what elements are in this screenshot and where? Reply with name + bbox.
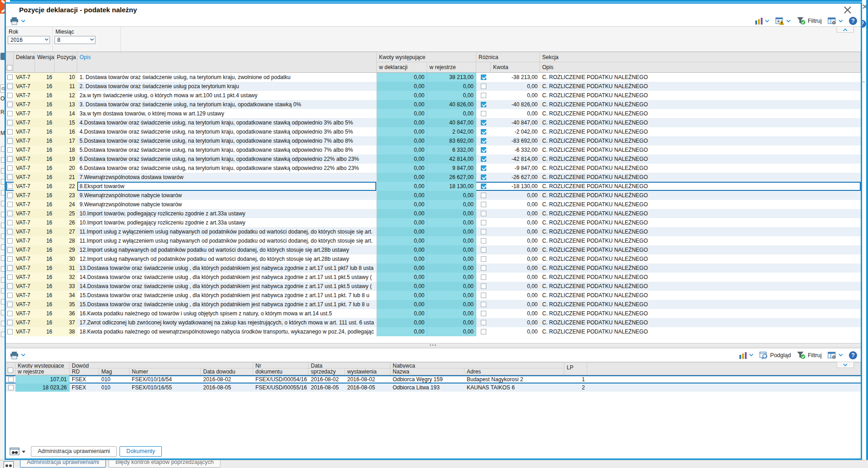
table-row[interactable]: VAT-7162711.Import usług z wyłączeniem u… xyxy=(6,227,861,236)
row-checkbox[interactable] xyxy=(7,211,13,216)
table-row[interactable]: VAT-716206.Dostawa towarów oraz świadcze… xyxy=(6,164,861,173)
table-row[interactable]: VAT-716196.Dostawa towarów oraz świadcze… xyxy=(6,154,861,164)
table-row[interactable]: 18 023,26FSEX010FSEX/010/16/552016-08-05… xyxy=(6,383,861,392)
difference-checkbox[interactable] xyxy=(481,102,486,107)
row-checkbox[interactable] xyxy=(7,147,13,153)
help-button[interactable]: ? xyxy=(849,17,857,25)
row-checkbox[interactable] xyxy=(7,202,13,207)
difference-checkbox[interactable] xyxy=(481,165,486,171)
row-checkbox[interactable] xyxy=(7,256,13,262)
select-all-checkbox[interactable] xyxy=(8,368,13,373)
row-checkbox[interactable] xyxy=(7,129,13,134)
row-checkbox[interactable] xyxy=(7,75,13,80)
row-checkbox[interactable] xyxy=(7,293,13,298)
row-checkbox[interactable] xyxy=(7,193,13,198)
difference-checkbox[interactable] xyxy=(481,211,486,216)
difference-checkbox[interactable] xyxy=(481,247,486,253)
column-header-buyer-name[interactable]: Nazwa xyxy=(390,368,464,375)
difference-checkbox[interactable] xyxy=(481,84,486,89)
table-row[interactable]: VAT-716175.Dostawa towarów oraz świadcze… xyxy=(6,136,861,145)
close-button[interactable] xyxy=(843,5,853,15)
table-row[interactable]: VAT-7163314.Dostawa towarów oraz świadcz… xyxy=(6,282,861,291)
column-header-description[interactable]: Opis xyxy=(77,52,376,62)
row-checkbox[interactable] xyxy=(7,274,13,280)
table-row[interactable]: VAT-716228.Eksport towarów0,0018 130,00-… xyxy=(6,182,861,191)
row-checkbox[interactable] xyxy=(7,229,13,234)
difference-checkbox[interactable] xyxy=(481,265,486,271)
row-checkbox[interactable] xyxy=(7,220,13,225)
row-checkbox[interactable] xyxy=(7,111,13,116)
row-checkbox[interactable] xyxy=(8,377,14,382)
column-header-sale-date[interactable]: sprzedaży xyxy=(309,368,345,375)
row-checkbox[interactable] xyxy=(7,174,13,180)
column-header-difference-flag[interactable] xyxy=(476,62,491,72)
background-tab-errors[interactable]: Błędy kontroli etapów poprzedzających xyxy=(109,460,220,468)
column-header-doc-no[interactable]: Nr xyxy=(253,363,308,368)
difference-checkbox[interactable] xyxy=(481,274,486,280)
table-row[interactable]: VAT-7163717.Zwrot odliczonej lub zwrócon… xyxy=(6,318,861,327)
difference-checkbox[interactable] xyxy=(481,75,486,80)
background-tab-admin[interactable]: Administracja uprawnieniami xyxy=(20,460,106,468)
select-all-checkbox[interactable] xyxy=(7,65,12,70)
difference-checkbox[interactable] xyxy=(481,256,486,262)
difference-checkbox[interactable] xyxy=(481,320,486,325)
column-header-buyer-address[interactable]: Adres xyxy=(464,368,564,375)
difference-checkbox[interactable] xyxy=(481,156,486,162)
table-row[interactable]: VAT-716185.Dostawa towarów oraz świadcze… xyxy=(6,145,861,154)
row-checkbox[interactable] xyxy=(7,284,13,289)
column-header-lp[interactable]: LP xyxy=(564,363,587,373)
column-header-issue-date[interactable]: wystawienia xyxy=(345,368,390,375)
month-select[interactable]: 8 xyxy=(55,36,95,44)
row-checkbox[interactable] xyxy=(7,156,13,162)
column-header-version[interactable]: Wersja xyxy=(35,52,54,62)
column-header-evidence-date[interactable]: Data dowodu xyxy=(201,368,253,375)
difference-checkbox[interactable] xyxy=(481,120,486,125)
column-header-in-register[interactable]: w rejestrze xyxy=(427,62,476,72)
column-header-declaration[interactable]: Deklaracja xyxy=(14,52,35,62)
table-row[interactable]: VAT-7163515.Dostawa towarów oraz świadcz… xyxy=(6,300,861,309)
row-checkbox[interactable] xyxy=(7,238,13,244)
table-settings-button[interactable] xyxy=(828,17,843,25)
column-header-rd[interactable]: RD xyxy=(70,368,99,375)
print-options-chevron-icon[interactable] xyxy=(21,20,25,23)
column-header-position[interactable]: Pozycja xyxy=(55,52,77,62)
row-checkbox[interactable] xyxy=(7,311,13,316)
difference-checkbox[interactable] xyxy=(481,147,486,153)
panel-splitter-handle[interactable]: ••• xyxy=(6,343,861,348)
column-header-in-register[interactable]: w rejestrze xyxy=(15,368,69,375)
tab-admin-permissions[interactable]: Administracja uprawnieniami xyxy=(31,446,117,457)
difference-checkbox[interactable] xyxy=(481,93,486,98)
row-checkbox[interactable] xyxy=(7,329,13,334)
table-row[interactable]: VAT-7162610.Import towarów, podlegający … xyxy=(6,218,861,227)
difference-checkbox[interactable] xyxy=(481,311,486,316)
collapse-panel-tab[interactable] xyxy=(837,362,854,368)
search-window-button[interactable] xyxy=(10,448,25,457)
difference-checkbox[interactable] xyxy=(481,238,486,244)
column-header-section-desc[interactable]: Opis xyxy=(540,62,860,72)
row-checkbox[interactable] xyxy=(7,265,13,271)
difference-checkbox[interactable] xyxy=(481,193,486,198)
row-checkbox[interactable] xyxy=(7,302,13,307)
row-checkbox[interactable] xyxy=(7,102,13,107)
filter-button[interactable]: Filtruj xyxy=(797,351,822,359)
print-button[interactable] xyxy=(10,351,19,359)
difference-checkbox[interactable] xyxy=(481,284,486,289)
row-checkbox[interactable] xyxy=(7,320,13,325)
column-header-number[interactable]: Numer xyxy=(130,368,201,375)
preview-button[interactable]: Podgląd xyxy=(759,351,791,359)
table-row[interactable]: VAT-7163616.Kwota podatku należnego od t… xyxy=(6,309,861,318)
table-settings-button[interactable] xyxy=(828,351,843,359)
row-checkbox[interactable] xyxy=(7,184,13,189)
row-checkbox[interactable] xyxy=(7,138,13,144)
year-select[interactable]: 2016 xyxy=(8,36,50,44)
row-checkbox[interactable] xyxy=(7,120,13,125)
table-row[interactable]: VAT-7162510.Import towarów, podlegający … xyxy=(6,209,861,218)
row-checkbox[interactable] xyxy=(7,93,13,98)
row-checkbox[interactable] xyxy=(7,165,13,171)
chart-button[interactable] xyxy=(755,17,769,25)
difference-checkbox[interactable] xyxy=(481,302,486,307)
print-options-chevron-icon[interactable] xyxy=(21,353,25,357)
collapse-panel-tab[interactable] xyxy=(837,27,854,33)
table-row[interactable]: VAT-716164.Dostawa towarów oraz świadcze… xyxy=(6,127,861,136)
table-row[interactable]: VAT-7163818.Kwota podatku należnego od w… xyxy=(6,327,861,336)
